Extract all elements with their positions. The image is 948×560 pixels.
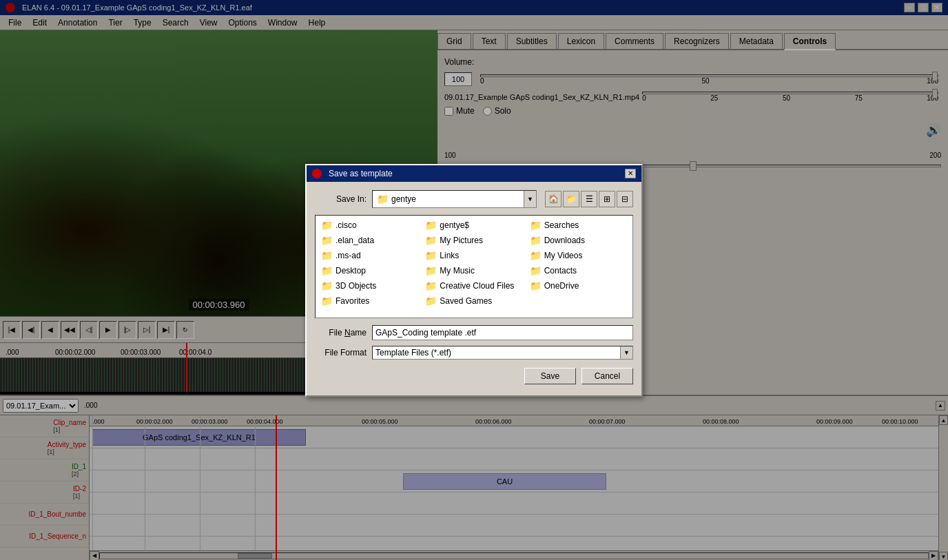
dialog-icon [312,169,322,178]
folder-icon: 📁 [321,265,333,276]
file-name: Searches [544,220,579,230]
dialog-toolbar: 🏠 📁 ☰ ⊞ ⊟ [545,191,633,207]
save-in-row: Save In: 📁 gentye ▼ 🏠 📁 ☰ ⊞ ⊟ [315,190,633,208]
folder-icon: 📁 [425,235,437,246]
file-item-downloads[interactable]: 📁 Downloads [527,234,630,247]
file-name-row: File Name [315,325,633,340]
folder-icon: 📁 [321,235,333,246]
file-name-input[interactable] [372,325,633,340]
toolbar-list-button[interactable]: ☰ [581,191,597,207]
file-item-onedrive[interactable]: 📁 OneDrive [527,279,630,293]
save-button[interactable]: Save [524,368,576,384]
save-in-combo: 📁 gentye ▼ [372,190,537,208]
file-item-contacts[interactable]: 📁 Contacts [527,264,630,278]
cancel-button[interactable]: Cancel [581,368,633,384]
toolbar-details-button[interactable]: ⊟ [617,191,633,207]
file-item-desktop[interactable]: 📁 Desktop [318,264,421,278]
file-format-select: Template Files (*.etf) ▼ [372,346,633,360]
folder-icon: 📁 [425,250,437,261]
folder-icon: 📁 [425,220,437,231]
file-name: Contacts [544,266,577,276]
file-name: My Music [440,266,475,276]
file-name: My Videos [544,251,583,260]
file-item-pictures[interactable]: 📁 My Pictures [422,234,525,247]
save-in-combo-text: 📁 gentye [373,191,524,207]
file-item-ms-ad[interactable]: 📁 .ms-ad [318,249,421,262]
folder-icon: 📁 [530,265,542,276]
file-item-music[interactable]: 📁 My Music [422,264,525,278]
save-in-label: Save In: [315,194,367,204]
folder-icon: 📁 [530,235,542,246]
file-name: Links [440,251,459,260]
file-item-elan-data[interactable]: 📁 .elan_data [318,234,421,247]
file-name: .cisco [336,220,357,230]
folder-icon: 📁 [321,250,333,261]
file-name: Creative Cloud Files [440,281,514,291]
file-name: OneDrive [544,281,579,291]
file-format-label: File Format [315,348,367,357]
file-item-cisco[interactable]: 📁 .cisco [318,218,421,232]
folder-icon: 📁 [377,194,389,205]
file-name: Desktop [336,266,366,276]
file-list: 📁 .cisco 📁 gentye$ 📁 Searches 📁 .elan_da… [315,215,633,318]
dialog-close-button[interactable]: ✕ [625,169,636,178]
folder-icon: 📁 [425,280,437,291]
toolbar-home-button[interactable]: 🏠 [545,191,561,207]
file-format-row: File Format Template Files (*.etf) ▼ [315,346,633,360]
folder-icon: 📁 [530,280,542,291]
toolbar-grid-button[interactable]: ⊞ [599,191,615,207]
dialog-overlay: Save as template ✕ Save In: 📁 gentye ▼ 🏠 [0,0,948,560]
dialog-buttons: Save Cancel [315,365,633,387]
folder-icon: 📁 [321,220,333,231]
folder-icon: 📁 [321,295,333,307]
dialog-title-text: Save as template [312,169,393,178]
file-format-value: Template Files (*.etf) [373,346,620,359]
file-item-gentye[interactable]: 📁 gentye$ [422,218,525,232]
file-item-favorites[interactable]: 📁 Favorites [318,294,421,308]
folder-icon: 📁 [425,265,437,276]
dialog-title: Save as template [329,169,393,178]
file-item-links[interactable]: 📁 Links [422,249,525,262]
folder-icon: 📁 [530,250,542,261]
file-name: .ms-ad [336,251,361,260]
file-name-label: File Name [315,328,367,338]
save-dialog: Save as template ✕ Save In: 📁 gentye ▼ 🏠 [305,164,643,397]
folder-icon: 📁 [425,295,437,307]
file-name: Saved Games [440,296,492,306]
folder-icon: 📁 [321,280,333,291]
file-item-saved-games[interactable]: 📁 Saved Games [422,294,525,308]
file-name: 3D Objects [336,281,376,291]
dialog-titlebar: Save as template ✕ [307,165,641,182]
toolbar-new-folder-button[interactable]: 📁 [563,191,579,207]
file-item-creative-cloud[interactable]: 📁 Creative Cloud Files [422,279,525,293]
file-name: .elan_data [336,236,374,245]
file-item-videos[interactable]: 📁 My Videos [527,249,630,262]
file-item-searches[interactable]: 📁 Searches [527,218,630,232]
folder-icon: 📁 [530,220,542,231]
save-in-value: gentye [391,194,416,204]
save-in-dropdown-arrow[interactable]: ▼ [524,191,536,207]
file-name: Favorites [336,296,369,306]
dialog-body: Save In: 📁 gentye ▼ 🏠 📁 ☰ ⊞ ⊟ [307,182,641,395]
file-name: Downloads [544,236,585,245]
file-item-3d[interactable]: 📁 3D Objects [318,279,421,293]
file-format-dropdown-arrow[interactable]: ▼ [620,346,632,359]
file-name: My Pictures [440,236,483,245]
file-name: gentye$ [440,220,469,230]
